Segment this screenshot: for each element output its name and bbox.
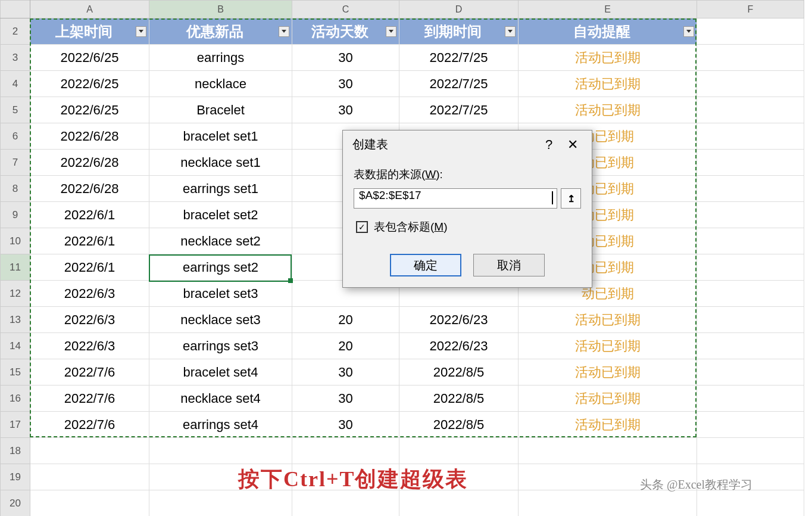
filter-dropdown-icon[interactable]	[683, 26, 694, 37]
cell[interactable]: 2022/6/25	[30, 97, 149, 123]
cell[interactable]: 2022/6/3	[30, 333, 149, 359]
has-headers-checkbox[interactable]: ✓	[356, 221, 368, 233]
cell[interactable]: 上架时间	[30, 18, 149, 45]
cell[interactable]: 2022/7/25	[399, 97, 519, 123]
cell[interactable]: bracelet set1	[149, 123, 292, 150]
cell[interactable]: 20	[292, 333, 399, 359]
cell[interactable]: necklace set4	[149, 386, 292, 412]
cell[interactable]	[30, 490, 149, 517]
cell[interactable]: Bracelet	[149, 97, 292, 123]
cell[interactable]	[399, 438, 519, 464]
cell[interactable]	[697, 228, 804, 254]
ok-button[interactable]: 确定	[390, 254, 461, 276]
row-header[interactable]: 8	[1, 176, 30, 202]
cell[interactable]: 2022/8/5	[399, 386, 519, 412]
cell[interactable]: 活动已到期	[519, 386, 697, 412]
row-header[interactable]: 6	[1, 123, 30, 150]
cell[interactable]: 2022/6/28	[30, 123, 149, 150]
filter-dropdown-icon[interactable]	[386, 26, 396, 37]
cell[interactable]: necklace	[149, 71, 292, 97]
select-all-corner[interactable]	[1, 1, 30, 18]
cell[interactable]: 2022/8/5	[399, 412, 519, 438]
cell[interactable]	[697, 490, 804, 517]
help-icon[interactable]: ?	[537, 137, 561, 153]
row-header[interactable]: 15	[1, 359, 30, 386]
cell[interactable]: 2022/6/23	[399, 333, 519, 359]
cell[interactable]	[697, 281, 804, 307]
cell[interactable]: 2022/6/28	[30, 176, 149, 202]
cell[interactable]: 优惠新品	[149, 18, 292, 45]
col-header-C[interactable]: C	[292, 1, 399, 18]
cell[interactable]: earrings set2	[149, 254, 292, 281]
cell[interactable]	[697, 386, 804, 412]
row-header[interactable]: 9	[1, 202, 30, 228]
cell[interactable]: 30	[292, 97, 399, 123]
row-header[interactable]: 2	[1, 18, 30, 45]
cell[interactable]: bracelet set3	[149, 281, 292, 307]
cell[interactable]: 2022/6/1	[30, 254, 149, 281]
dialog-titlebar[interactable]: 创建表 ? ✕	[343, 130, 592, 156]
cell[interactable]: 2022/7/25	[399, 71, 519, 97]
cell[interactable]: earrings	[149, 45, 292, 71]
cell[interactable]: 活动已到期	[519, 412, 697, 438]
cell[interactable]	[697, 150, 804, 176]
cell[interactable]	[697, 438, 804, 464]
row-header[interactable]: 19	[1, 464, 30, 490]
cell[interactable]: 活动已到期	[519, 307, 697, 333]
row-header[interactable]: 5	[1, 97, 30, 123]
cell[interactable]	[292, 438, 399, 464]
cell[interactable]	[697, 333, 804, 359]
cell[interactable]: 2022/7/6	[30, 412, 149, 438]
cell[interactable]	[30, 464, 149, 490]
col-header-B[interactable]: B	[149, 1, 292, 18]
cell[interactable]	[697, 202, 804, 228]
cell[interactable]	[697, 71, 804, 97]
cancel-button[interactable]: 取消	[473, 254, 545, 276]
cell[interactable]: necklace set1	[149, 150, 292, 176]
row-header[interactable]: 4	[1, 71, 30, 97]
row-header[interactable]: 12	[1, 281, 30, 307]
cell[interactable]: 20	[292, 307, 399, 333]
row-header[interactable]: 14	[1, 333, 30, 359]
cell[interactable]: 2022/6/23	[399, 307, 519, 333]
cell[interactable]: 2022/7/6	[30, 386, 149, 412]
filter-dropdown-icon[interactable]	[505, 26, 516, 37]
row-header[interactable]: 11	[1, 254, 30, 281]
cell[interactable]: 活动已到期	[519, 97, 697, 123]
cell[interactable]	[697, 18, 804, 45]
cell[interactable]: 2022/6/3	[30, 281, 149, 307]
cell[interactable]	[697, 254, 804, 281]
cell[interactable]: 活动已到期	[519, 45, 697, 71]
cell[interactable]: earrings set1	[149, 176, 292, 202]
cell[interactable]	[149, 438, 292, 464]
cell[interactable]	[149, 490, 292, 517]
range-input[interactable]: $A$2:$E$17	[354, 188, 557, 209]
cell[interactable]: earrings set3	[149, 333, 292, 359]
cell[interactable]	[519, 438, 697, 464]
cell[interactable]: 2022/6/3	[30, 307, 149, 333]
cell[interactable]: 2022/7/6	[30, 359, 149, 386]
cell[interactable]: 30	[292, 71, 399, 97]
cell[interactable]: 自动提醒	[519, 18, 697, 45]
cell[interactable]: 活动天数	[292, 18, 399, 45]
col-header-F[interactable]: F	[697, 1, 804, 18]
row-header[interactable]: 17	[1, 412, 30, 438]
cell[interactable]: 2022/6/25	[30, 45, 149, 71]
cell[interactable]	[697, 45, 804, 71]
row-header[interactable]: 3	[1, 45, 30, 71]
cell[interactable]	[697, 412, 804, 438]
row-header[interactable]: 20	[1, 490, 30, 517]
cell[interactable]: 到期时间	[399, 18, 519, 45]
cell[interactable]: 30	[292, 386, 399, 412]
cell[interactable]: necklace set3	[149, 307, 292, 333]
cell[interactable]: 活动已到期	[519, 71, 697, 97]
cell[interactable]: 2022/6/1	[30, 228, 149, 254]
cell[interactable]	[697, 123, 804, 150]
cell[interactable]	[399, 490, 519, 517]
cell[interactable]	[697, 176, 804, 202]
col-header-E[interactable]: E	[519, 1, 697, 18]
collapse-dialog-icon[interactable]: ↥	[561, 188, 581, 209]
cell[interactable]: earrings set4	[149, 412, 292, 438]
row-header[interactable]: 16	[1, 386, 30, 412]
cell[interactable]	[697, 307, 804, 333]
